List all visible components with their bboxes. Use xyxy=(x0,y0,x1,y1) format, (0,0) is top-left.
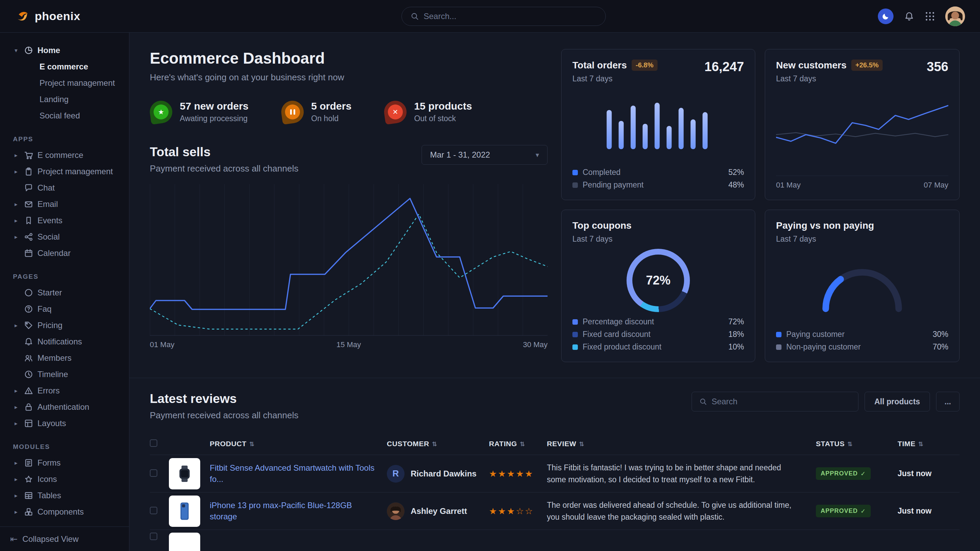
brand-name: phoenix xyxy=(35,10,80,23)
stat-subtitle: On hold xyxy=(311,114,352,123)
stat-on-hold: 5 orders On hold xyxy=(281,100,352,123)
review-time: Just now xyxy=(897,469,959,478)
top-coupons-donut-chart: 72% xyxy=(627,249,690,312)
sidebar-item-timeline[interactable]: Timeline xyxy=(10,366,121,383)
sidebar-item-project-management-dashboard[interactable]: Project management xyxy=(40,75,121,91)
new-customers-card: New customers +26.5% Last 7 days 356 xyxy=(765,49,959,200)
sidebar-item-label: Timeline xyxy=(37,370,68,379)
sidebar-item-label: Components xyxy=(37,507,84,517)
column-header-customer[interactable]: CUSTOMER⇅ xyxy=(387,440,489,448)
stat-subtitle: Awating processing xyxy=(180,114,248,123)
notifications-bell-icon[interactable] xyxy=(904,11,915,22)
sidebar-item-errors[interactable]: ▸ Errors xyxy=(10,383,121,399)
customer-cell: Ashley Garrett xyxy=(387,502,489,520)
more-options-button[interactable]: ... xyxy=(936,392,959,411)
sidebar-item-members[interactable]: Members xyxy=(10,350,121,366)
paying-vs-nonpaying-card: Paying vs non paying Last 7 days xyxy=(765,210,959,362)
total-orders-value: 16,247 xyxy=(705,60,744,74)
card-period: Last 7 days xyxy=(573,74,657,83)
chevron-right-icon: ▸ xyxy=(12,403,20,410)
sidebar-nav: ▾ Home E commerce Project management Lan… xyxy=(0,33,129,527)
select-all-checkbox[interactable] xyxy=(150,439,158,447)
sidebar-item-layouts[interactable]: ▸ Layouts xyxy=(10,415,121,432)
sidebar-item-starter[interactable]: Starter xyxy=(10,284,121,301)
sidebar-item-label: Authentication xyxy=(37,402,89,412)
sidebar-item-components[interactable]: ▸ Components xyxy=(10,504,121,520)
sidebar-item-pricing[interactable]: ▸ Pricing xyxy=(10,317,121,333)
reviews-search[interactable] xyxy=(692,392,858,411)
x-axis-labels: 01 May 15 May 30 May xyxy=(150,340,547,349)
date-range-value: Mar 1 - 31, 2022 xyxy=(430,150,490,160)
row-checkbox[interactable] xyxy=(150,507,158,514)
all-products-button[interactable]: All products xyxy=(865,392,930,411)
theme-toggle-moon-icon[interactable] xyxy=(878,8,894,24)
chevron-right-icon: ▸ xyxy=(12,387,20,394)
sidebar-item-social-feed[interactable]: Social feed xyxy=(40,108,121,124)
components-icon xyxy=(24,507,33,517)
card-period: Last 7 days xyxy=(573,235,632,244)
chevron-right-icon: ▸ xyxy=(12,233,20,240)
user-avatar[interactable] xyxy=(945,6,965,26)
page-subtitle: Here's what's going on at your business … xyxy=(150,72,547,83)
global-search-input[interactable] xyxy=(423,11,597,21)
bookmark-icon xyxy=(24,216,33,225)
sidebar-item-authentication[interactable]: ▸ Authentication xyxy=(10,399,121,415)
column-header-time[interactable]: TIME⇅ xyxy=(897,440,959,448)
latest-reviews-title: Latest reviews xyxy=(150,392,298,406)
chevron-right-icon: ▸ xyxy=(12,492,20,499)
total-orders-legend: Completed 52% Pending payment 48% xyxy=(573,168,744,190)
sidebar-item-landing[interactable]: Landing xyxy=(40,91,121,108)
card-period: Last 7 days xyxy=(776,74,883,83)
top-coupons-legend: Percentage discount 72% Fixed card disco… xyxy=(573,317,744,352)
change-badge: +26.5% xyxy=(851,60,883,71)
sidebar-item-chat[interactable]: Chat xyxy=(10,180,121,196)
column-header-status[interactable]: STATUS⇅ xyxy=(816,440,897,448)
top-navbar: phoenix xyxy=(0,0,980,33)
row-checkbox[interactable] xyxy=(150,533,158,540)
legend-swatch xyxy=(573,183,578,188)
reviews-toolbar: All products ... xyxy=(692,392,959,411)
page-title: Ecommerce Dashboard xyxy=(150,49,547,67)
column-header-review[interactable]: REVIEW⇅ xyxy=(547,440,816,448)
collapsed-view-toggle[interactable]: ⇤ Collapsed View xyxy=(0,527,129,551)
column-header-rating[interactable]: RATING⇅ xyxy=(489,440,547,448)
row-checkbox[interactable] xyxy=(150,469,158,477)
chevron-right-icon: ▸ xyxy=(12,322,20,329)
sidebar-item-faq[interactable]: Faq xyxy=(10,301,121,317)
sidebar-item-events[interactable]: ▸ Events xyxy=(10,212,121,229)
sidebar-item-home[interactable]: ▾ Home xyxy=(10,42,121,59)
latest-reviews-section: Latest reviews Payment received across a… xyxy=(129,378,980,551)
total-orders-card: Total orders -6.8% Last 7 days 16,247 xyxy=(561,49,755,200)
review-time: Just now xyxy=(897,507,959,516)
sidebar-item-forms[interactable]: ▸ Forms xyxy=(10,455,121,471)
sidebar-item-ecommerce-dashboard[interactable]: E commerce xyxy=(40,59,121,75)
column-header-product[interactable]: PRODUCT⇅ xyxy=(210,440,387,448)
sidebar-item-app-ecommerce[interactable]: ▸ E commerce xyxy=(10,147,121,164)
sidebar-item-calendar[interactable]: Calendar xyxy=(10,245,121,261)
global-search[interactable] xyxy=(401,7,606,26)
card-title: Paying vs non paying xyxy=(776,220,874,231)
reviews-search-input[interactable] xyxy=(712,397,851,407)
sidebar-item-notifications[interactable]: Notifications xyxy=(10,333,121,350)
table-body: Fitbit Sense Advanced Smartwatch with To… xyxy=(150,455,959,551)
chevron-right-icon: ▸ xyxy=(12,508,20,515)
sidebar-item-label: Errors xyxy=(37,386,60,395)
stat-subtitle: Out of stock xyxy=(414,114,472,123)
cart-icon xyxy=(24,151,33,160)
rating-stars: ★★★★★ xyxy=(489,468,547,479)
apps-grid-icon[interactable] xyxy=(925,11,935,21)
card-title: Top coupons xyxy=(573,220,632,231)
date-range-select[interactable]: Mar 1 - 31, 2022 ▾ xyxy=(422,145,547,165)
product-link[interactable]: iPhone 13 pro max-Pacific Blue-128GB sto… xyxy=(210,501,352,521)
brand[interactable]: phoenix xyxy=(15,9,129,24)
sidebar-item-tables[interactable]: ▸ Tables xyxy=(10,487,121,504)
product-link[interactable]: Fitbit Sense Advanced Smartwatch with To… xyxy=(210,463,375,483)
chevron-right-icon: ▸ xyxy=(12,152,20,159)
sidebar-item-app-project-management[interactable]: ▸ Project management xyxy=(10,164,121,180)
rating-stars: ★★★☆☆ xyxy=(489,506,547,516)
sidebar-item-icons[interactable]: ▸ Icons xyxy=(10,471,121,487)
sidebar-item-social[interactable]: ▸ Social xyxy=(10,229,121,245)
kpi-cards-grid: Total orders -6.8% Last 7 days 16,247 xyxy=(561,49,959,362)
sort-icon: ⇅ xyxy=(918,440,924,448)
sidebar-item-email[interactable]: ▸ Email xyxy=(10,196,121,212)
